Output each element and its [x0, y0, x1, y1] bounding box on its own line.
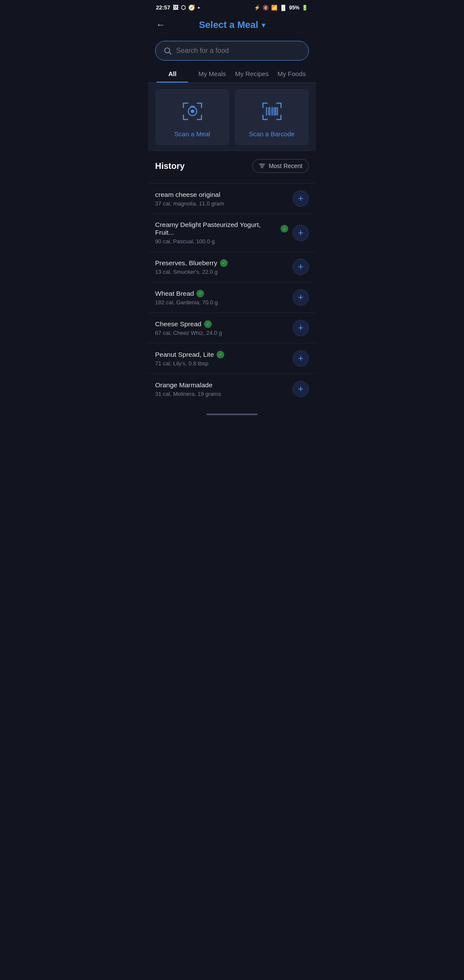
food-name: Peanut Spread, Lite ✓ [155, 351, 288, 358]
add-food-button[interactable]: + [293, 289, 309, 306]
back-button[interactable]: ← [156, 19, 165, 31]
food-meta: 71 cal, Lily's, 0.8 tbsp [155, 360, 288, 367]
food-item: Creamy Delight Pasteurized Yogurt, Fruit… [148, 214, 316, 251]
svg-line-1 [169, 52, 171, 55]
add-food-button[interactable]: + [293, 190, 309, 207]
nav-icon: 🧭 [188, 4, 195, 11]
signal-icon: ▐▌ [280, 5, 287, 11]
header: ← Select a Meal ▾ [148, 13, 316, 35]
activity-icon: ⬡ [181, 4, 186, 11]
scan-meal-button[interactable]: Scan a Meal [155, 89, 229, 145]
search-bar[interactable] [155, 41, 309, 61]
tab-my-foods[interactable]: My Foods [272, 65, 312, 83]
wifi-icon: 📶 [271, 5, 278, 11]
food-item: Preserves, Blueberry ✓ 13 cal, Smucker's… [148, 251, 316, 282]
food-info: Cheese Spread ✓ 67 cal, Cheez Whiz, 24.0… [155, 320, 293, 336]
food-meta: 182 cal, Gardenia, 70.0 g [155, 299, 288, 306]
food-meta: 37 cal, magnolia, 11.0 gram [155, 200, 288, 207]
verified-badge: ✓ [217, 351, 224, 358]
volume-icon: 🔇 [263, 5, 269, 11]
food-list: cream cheese original 37 cal, magnolia, … [148, 183, 316, 408]
add-food-button[interactable]: + [293, 259, 309, 275]
verified-badge: ✓ [204, 320, 212, 328]
food-info: Peanut Spread, Lite ✓ 71 cal, Lily's, 0.… [155, 351, 293, 367]
chevron-down-icon[interactable]: ▾ [262, 21, 265, 29]
food-info: Preserves, Blueberry ✓ 13 cal, Smucker's… [155, 259, 293, 275]
scan-barcode-label: Scan a Barcode [249, 130, 295, 138]
scan-barcode-button[interactable]: Scan a Barcode [235, 89, 309, 145]
add-food-button[interactable]: + [293, 225, 309, 241]
header-title: Select a Meal ▾ [199, 19, 265, 31]
scan-meal-icon [180, 98, 205, 124]
history-section: History Most Recent [148, 151, 316, 183]
scroll-indicator [148, 408, 316, 420]
sort-label: Most Recent [269, 162, 302, 169]
verified-badge: ✓ [220, 259, 228, 267]
food-item: Orange Marmalade 31 cal, Molinera, 19 gr… [148, 374, 316, 404]
dot-indicator: • [198, 4, 200, 11]
status-right: ⚡ 🔇 📶 ▐▌ 95% 🔋 [254, 5, 308, 11]
search-container [148, 35, 316, 65]
verified-badge: ✓ [196, 290, 204, 297]
scan-barcode-icon [259, 98, 285, 124]
food-name: Preserves, Blueberry ✓ [155, 259, 288, 267]
food-meta: 31 cal, Molinera, 19 grams [155, 391, 288, 397]
food-item: Cheese Spread ✓ 67 cal, Cheez Whiz, 24.0… [148, 312, 316, 343]
photo-icon: 🖼 [173, 4, 178, 11]
battery-percent: 95% [289, 5, 299, 11]
status-time: 22:57 [156, 4, 170, 11]
food-name: Creamy Delight Pasteurized Yogurt, Fruit… [155, 221, 288, 236]
tab-my-recipes[interactable]: My Recipes [232, 65, 272, 83]
food-info: cream cheese original 37 cal, magnolia, … [155, 191, 293, 207]
food-info: Wheat Bread ✓ 182 cal, Gardenia, 70.0 g [155, 290, 293, 306]
svg-point-3 [191, 110, 194, 113]
search-icon [163, 46, 172, 55]
verified-badge: ✓ [281, 225, 288, 233]
bluetooth-icon: ⚡ [254, 5, 260, 11]
tab-bar: All My Meals My Recipes My Foods [148, 65, 316, 83]
food-name: cream cheese original [155, 191, 288, 199]
food-info: Creamy Delight Pasteurized Yogurt, Fruit… [155, 221, 293, 245]
scan-area: Scan a Meal Scan a Barcode [148, 83, 316, 151]
food-name: Wheat Bread ✓ [155, 290, 288, 297]
food-meta: 67 cal, Cheez Whiz, 24.0 g [155, 330, 288, 336]
add-food-button[interactable]: + [293, 350, 309, 367]
page-title: Select a Meal [199, 19, 258, 31]
food-info: Orange Marmalade 31 cal, Molinera, 19 gr… [155, 381, 293, 397]
food-meta: 13 cal, Smucker's, 22.0 g [155, 269, 288, 275]
status-bar: 22:57 🖼 ⬡ 🧭 • ⚡ 🔇 📶 ▐▌ 95% 🔋 [148, 0, 316, 13]
add-food-button[interactable]: + [293, 381, 309, 397]
status-left: 22:57 🖼 ⬡ 🧭 • [156, 4, 200, 11]
food-name: Cheese Spread ✓ [155, 320, 288, 328]
scan-meal-label: Scan a Meal [174, 130, 210, 138]
food-name: Orange Marmalade [155, 381, 288, 389]
battery-icon: 🔋 [302, 5, 308, 11]
food-item: Wheat Bread ✓ 182 cal, Gardenia, 70.0 g … [148, 282, 316, 312]
sort-button[interactable]: Most Recent [252, 159, 309, 173]
food-meta: 90 cal, Pascual, 100.0 g [155, 238, 288, 245]
history-header: History Most Recent [155, 159, 309, 173]
food-item: Peanut Spread, Lite ✓ 71 cal, Lily's, 0.… [148, 343, 316, 374]
scroll-bar [206, 413, 258, 415]
history-title: History [155, 161, 185, 171]
search-input[interactable] [176, 47, 301, 55]
tab-my-meals[interactable]: My Meals [192, 65, 232, 83]
food-item: cream cheese original 37 cal, magnolia, … [148, 183, 316, 214]
add-food-button[interactable]: + [293, 320, 309, 336]
tab-all[interactable]: All [153, 65, 192, 83]
